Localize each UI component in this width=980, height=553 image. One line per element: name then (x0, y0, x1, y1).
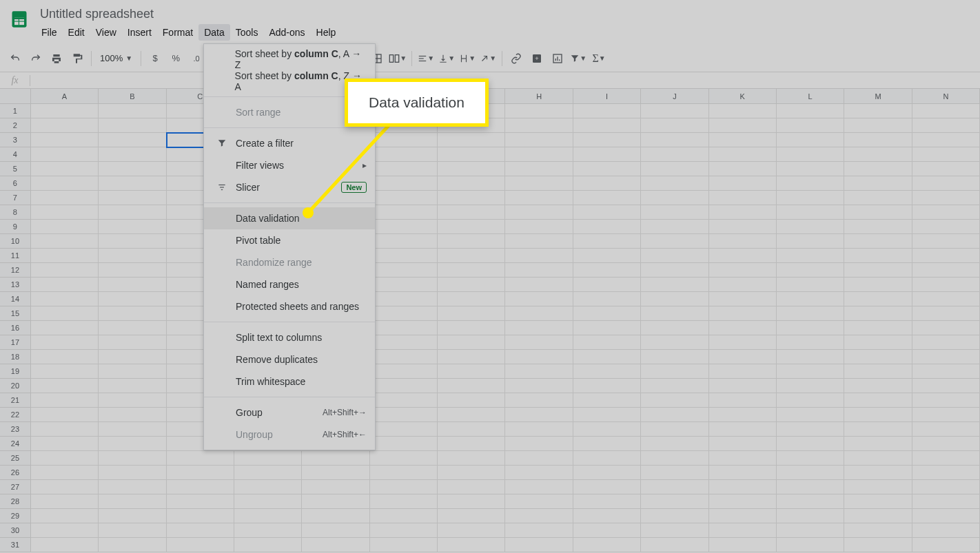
cell[interactable] (370, 220, 438, 234)
row-header[interactable]: 1 (0, 104, 31, 118)
cell[interactable] (370, 335, 438, 350)
cell[interactable] (505, 249, 573, 263)
cell[interactable] (844, 494, 912, 509)
cell[interactable] (505, 205, 573, 220)
cell[interactable] (777, 104, 844, 118)
cell[interactable] (167, 509, 234, 523)
cell[interactable] (641, 292, 708, 306)
cell[interactable] (777, 220, 844, 234)
cell[interactable] (709, 205, 777, 220)
cell[interactable] (777, 509, 844, 523)
cell[interactable] (31, 249, 99, 263)
cell[interactable] (844, 162, 912, 176)
cell[interactable] (370, 263, 438, 278)
cell[interactable] (777, 292, 844, 306)
row-header[interactable]: 5 (0, 162, 31, 176)
cell[interactable] (505, 263, 573, 278)
cell[interactable] (505, 364, 573, 379)
cell[interactable] (31, 364, 99, 379)
menu-add-ons[interactable]: Add-ons (263, 24, 310, 41)
cell[interactable] (505, 220, 573, 234)
cell[interactable] (438, 379, 505, 393)
cell[interactable] (31, 176, 99, 191)
cell[interactable] (709, 147, 777, 162)
cell[interactable] (641, 364, 708, 379)
spreadsheet-grid[interactable]: ABCDEFGHIJKLMN 1234567891011121314151617… (0, 89, 980, 552)
menu-format[interactable]: Format (157, 24, 198, 41)
cell[interactable] (31, 451, 99, 466)
menu-named-ranges[interactable]: Named ranges (204, 273, 375, 295)
cell[interactable] (370, 350, 438, 364)
cell[interactable] (709, 306, 777, 321)
cell[interactable] (31, 292, 99, 306)
cell[interactable] (912, 263, 980, 278)
cell[interactable] (777, 205, 844, 220)
cell[interactable] (234, 538, 302, 552)
cell[interactable] (912, 350, 980, 364)
menu-tools[interactable]: Tools (230, 24, 264, 41)
row-header[interactable]: 30 (0, 523, 31, 538)
cell[interactable] (99, 104, 166, 118)
cell[interactable] (709, 234, 777, 249)
paint-format-button[interactable] (68, 49, 87, 68)
row-header[interactable]: 7 (0, 191, 31, 205)
cell[interactable] (31, 509, 99, 523)
column-header[interactable]: M (844, 89, 912, 104)
cell[interactable] (99, 466, 166, 480)
cell[interactable] (438, 437, 505, 451)
cell[interactable] (99, 263, 166, 278)
cell[interactable] (777, 523, 844, 538)
cell[interactable] (438, 263, 505, 278)
cell[interactable] (302, 480, 369, 494)
cell[interactable] (573, 162, 641, 176)
cell[interactable] (505, 408, 573, 422)
cell[interactable] (370, 191, 438, 205)
cell[interactable] (167, 466, 234, 480)
cell[interactable] (167, 494, 234, 509)
cell[interactable] (777, 147, 844, 162)
cell[interactable] (844, 379, 912, 393)
cell[interactable] (99, 451, 166, 466)
cell[interactable] (438, 220, 505, 234)
cell[interactable] (709, 118, 777, 133)
row-header[interactable]: 14 (0, 292, 31, 306)
cell[interactable] (438, 393, 505, 408)
cell[interactable] (912, 176, 980, 191)
cell[interactable] (912, 494, 980, 509)
cell[interactable] (438, 538, 505, 552)
cell[interactable] (370, 306, 438, 321)
cell[interactable] (31, 205, 99, 220)
cell[interactable] (912, 437, 980, 451)
cell[interactable] (573, 176, 641, 191)
cell[interactable] (777, 408, 844, 422)
cell[interactable] (438, 249, 505, 263)
formula-bar[interactable]: fx (0, 72, 980, 89)
cell[interactable] (505, 466, 573, 480)
cell[interactable] (641, 451, 708, 466)
cell[interactable] (641, 133, 708, 147)
cell[interactable] (573, 321, 641, 335)
cell[interactable] (573, 263, 641, 278)
filter-button[interactable]: ▼ (569, 49, 588, 68)
cell[interactable] (438, 494, 505, 509)
cell[interactable] (167, 538, 234, 552)
cell[interactable] (31, 494, 99, 509)
cell[interactable] (844, 292, 912, 306)
cell[interactable] (912, 306, 980, 321)
horizontal-align-button[interactable]: ▼ (416, 49, 436, 68)
cell[interactable] (641, 350, 708, 364)
cell[interactable] (573, 306, 641, 321)
cell[interactable] (641, 104, 708, 118)
cell[interactable] (302, 523, 369, 538)
cell[interactable] (438, 480, 505, 494)
cell[interactable] (31, 538, 99, 552)
cell[interactable] (777, 263, 844, 278)
cell[interactable] (505, 234, 573, 249)
cell[interactable] (99, 191, 166, 205)
document-title[interactable]: Untitled spreadsheet (36, 6, 341, 23)
cell[interactable] (912, 220, 980, 234)
cell[interactable] (573, 437, 641, 451)
cell[interactable] (573, 523, 641, 538)
cell[interactable] (31, 147, 99, 162)
cell[interactable] (912, 292, 980, 306)
